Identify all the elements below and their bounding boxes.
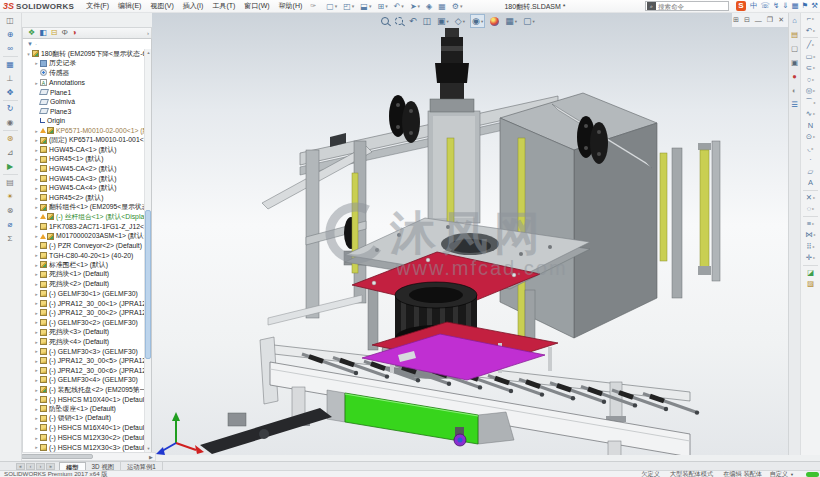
tree-item-23[interactable]: ▸死挡块<1> (Default) [23,270,151,280]
chevron-down-icon[interactable]: ▾ [418,3,421,9]
expand-arrow-icon[interactable]: ▸ [33,137,40,143]
expand-arrow-icon[interactable]: ▸ [33,329,40,335]
tree-filter[interactable]: ▼ · [22,39,152,49]
pin-icon[interactable]: ✑ [310,2,316,10]
assembly-features-button[interactable]: ⊛ [0,132,20,145]
measure-button[interactable]: ⌀ [0,218,20,231]
plane-button[interactable]: ▱ [801,166,820,178]
tree-item-10[interactable]: ▸HGW45-CA<1> (默认) [23,145,151,155]
ellipse-button[interactable]: ⊙▸ [801,131,820,143]
tree-item-8[interactable]: ▸KP6571-M0010-02-000<1> (默认<默 [23,126,151,136]
select-button[interactable]: ➤▾ [410,2,420,11]
slot-button[interactable]: ⊂▸ [801,62,820,74]
expand-arrow-icon[interactable]: ▸ [33,195,40,201]
interference-detection-button[interactable]: ⊗ [0,204,20,217]
expand-arrow-icon[interactable]: ▸ [33,291,40,297]
tab-nav-2[interactable]: › [36,463,45,470]
expand-arrow-icon[interactable]: ▸ [33,406,40,412]
display-style-button[interactable]: ◇▾ [454,15,466,27]
scroll-down-icon[interactable]: ▼ [145,445,152,452]
community-icon[interactable]: ☏ [761,1,770,11]
scrollbar-thumb[interactable] [145,210,151,359]
tree-item-0[interactable]: ▾180翻转 (EM2095下降<显示状态-63>) [23,49,151,59]
view-settings-button[interactable]: ▢▾ [522,15,536,27]
mass-properties-button[interactable]: Σ [0,232,20,245]
tree-item-27[interactable]: ▸(-) JPRA12_30_00<2> (JPRA12-30.00) [23,308,151,318]
expand-arrow-icon[interactable]: ▸ [33,319,40,325]
view-orientation-button[interactable]: ▣▾ [436,15,450,27]
chevron-icon[interactable]: ▸ [812,16,814,21]
tree-item-14[interactable]: ▸HGW45-CA<4> (默认) [23,183,151,193]
tab-nav-1[interactable]: ‹ [26,463,35,470]
chevron-icon[interactable]: ▸ [814,100,816,105]
hscrollbar-thumb[interactable] [21,454,93,459]
print-button[interactable]: ⊞▾ [377,2,387,11]
point-button[interactable]: · [801,154,820,166]
expand-arrow-icon[interactable]: ▸ [33,60,40,66]
chevron-icon[interactable]: ▸ [813,28,815,33]
tree-item-15[interactable]: ▸HGR45<2> (默认) [23,193,151,203]
expand-arrow-icon[interactable]: ▸ [33,185,40,191]
file-properties-button[interactable]: ▦ [438,2,446,11]
chevron-down-icon[interactable]: ▾ [447,19,449,24]
chevron-down-icon[interactable]: ▾ [481,19,483,24]
convert-entities-button[interactable]: ◌▸ [801,203,820,215]
customize-menu[interactable]: 自定义 ▼ [769,470,794,477]
chevron-down-icon[interactable]: ▾ [335,3,338,9]
tree-item-6[interactable]: Plane3 [23,107,151,117]
chevron-icon[interactable]: ▸ [813,255,815,260]
appearances-tab[interactable]: ● [789,71,800,83]
configurationmanager-tab[interactable]: ⊟ [51,28,58,38]
download-icon[interactable]: ⇓ [782,1,788,11]
tree-item-25[interactable]: ▸(-) GELMF30<1> (GELMF30) [23,289,151,299]
expand-arrow-icon[interactable]: ▸ [33,300,40,306]
menu-item-1[interactable]: 编辑(E) [118,1,141,11]
save-button[interactable]: ⬓▾ [360,2,371,11]
tree-item-24[interactable]: ▸死挡块<2> (Default) [23,279,151,289]
expand-arrow-icon[interactable]: ▸ [33,156,40,162]
chevron-down-icon[interactable]: ▾ [369,3,372,9]
propertymanager-tab[interactable]: ◧ [39,28,47,38]
model-3d-view[interactable]: 沐风网 www.mfcad.com [152,13,788,455]
bill-of-materials-button[interactable]: ▤ [0,176,20,189]
apply-scene-button[interactable]: ▦▾ [504,15,518,27]
insert-components-button[interactable]: ⊕ [0,28,20,41]
expand-arrow-icon[interactable]: ▸ [33,243,40,249]
expand-arrow-icon[interactable]: ▸ [33,271,40,277]
chevron-icon[interactable]: ▸ [812,77,814,82]
featuremanager-tab[interactable]: ❖ [28,28,35,38]
undo-button[interactable]: ↶▾ [394,2,404,11]
tree-item-31[interactable]: ▸(-) GELMF30<3> (GELMF30) [23,346,151,356]
view-palette-tab[interactable]: ▣ [789,57,800,69]
menu-item-2[interactable]: 视图(V) [150,1,173,11]
expand-arrow-icon[interactable]: ▸ [33,310,40,316]
tree-item-1[interactable]: ▸历史记录 [23,59,151,69]
zoom-to-fit-button[interactable] [380,16,390,26]
expand-arrow-icon[interactable]: ▸ [33,367,40,373]
tree-item-36[interactable]: ▸(-) HSHCS M10X40<1> (Default) [23,394,151,404]
mirror-entities-button[interactable]: ⋈▸ [801,229,820,241]
restore-doc-button[interactable]: ⊟ [744,16,750,24]
expand-arrow-icon[interactable]: ▸ [33,281,40,287]
tree-item-9[interactable]: ▸(固定) KP6571-M0010-01-001<1> (默认< [23,135,151,145]
chevron-icon[interactable]: ▸ [813,134,815,139]
expand-arrow-icon[interactable]: ▸ [33,166,40,172]
expand-arrow-icon[interactable]: ▸ [33,415,40,421]
edit-appearance-button[interactable] [489,16,500,27]
expand-arrow-icon[interactable]: ▸ [33,339,40,345]
tree-item-20[interactable]: ▸(-) PZR Conveyor<2> (Default) [23,241,151,251]
section-view-button[interactable]: ◫ [422,15,433,27]
chevron-icon[interactable]: ▸ [813,88,815,93]
chevron-icon[interactable]: ▸ [811,146,813,151]
chevron-down-icon[interactable]: ▾ [532,19,534,24]
expand-arrow-icon[interactable]: ▸ [33,396,40,402]
close-button[interactable]: ✕ [778,16,784,24]
expand-arrow-icon[interactable]: ▸ [33,233,40,239]
filter-icon[interactable]: ▼ [27,41,33,47]
tree-item-3[interactable]: ▸AAnnotations [23,78,151,88]
tree-item-41[interactable]: ▸(-) HSHCS M12X30<3> (Default) [23,442,151,452]
tree-item-7[interactable]: Origin [23,116,151,126]
reference-geometry-button[interactable]: ⊿ [0,146,20,159]
expand-arrow-icon[interactable]: ▸ [33,147,40,153]
chevron-icon[interactable]: ▸ [813,244,815,249]
